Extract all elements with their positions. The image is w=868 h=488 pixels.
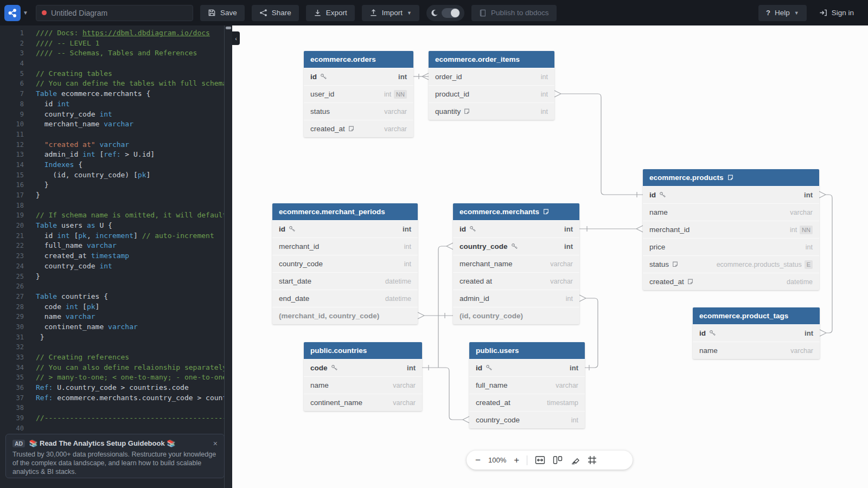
dark-mode-toggle[interactable] bbox=[426, 5, 464, 21]
frame-button[interactable] bbox=[588, 455, 597, 465]
table-ecommerce-merchants[interactable]: ecommerce.merchantsidintcountry_codeintm… bbox=[453, 203, 579, 324]
relationship-connector bbox=[554, 91, 561, 97]
relationship-connector bbox=[418, 312, 424, 319]
ad-body-text: Trusted by 30,000+ data professionals. R… bbox=[12, 450, 218, 476]
field-row: admin_idint bbox=[453, 290, 579, 307]
field-type: int bbox=[404, 243, 411, 251]
table-public-users[interactable]: public.usersidintfull_namevarcharcreated… bbox=[469, 342, 585, 428]
field-name: quantity bbox=[435, 107, 461, 115]
toolbar-divider bbox=[527, 455, 527, 465]
zoom-in-button[interactable]: + bbox=[514, 455, 519, 466]
close-icon[interactable]: × bbox=[213, 440, 218, 447]
line-number: 25 bbox=[0, 272, 24, 282]
note-icon bbox=[687, 279, 693, 285]
table-header[interactable]: ecommerce.merchant_periods bbox=[272, 203, 418, 220]
table-ecommerce-orders[interactable]: ecommerce.ordersidintuser_idintNNstatusv… bbox=[304, 51, 413, 137]
code-token: , bbox=[87, 232, 95, 240]
table-header[interactable]: ecommerce.order_items bbox=[429, 51, 554, 68]
constraint-badge: E bbox=[805, 260, 813, 269]
ad-badge: AD bbox=[12, 440, 25, 447]
table-header[interactable]: ecommerce.products bbox=[643, 169, 819, 186]
table-header[interactable]: ecommerce.merchants bbox=[453, 203, 579, 220]
ad-panel[interactable]: AD 📚 Read The Analytics Setup Guidebook … bbox=[5, 434, 225, 478]
code-token: // You can also define relaionship separ… bbox=[36, 363, 224, 371]
zoom-level[interactable]: 100% bbox=[488, 456, 506, 464]
code-token: country_code bbox=[36, 262, 99, 270]
publish-dbdocs-button[interactable]: Publish to dbdocs bbox=[471, 5, 557, 21]
line-number: 35 bbox=[0, 373, 24, 383]
field-name: end_date bbox=[279, 294, 309, 303]
zoom-out-button[interactable]: − bbox=[475, 455, 481, 466]
table-ecommerce-products[interactable]: ecommerce.productsidintnamevarcharmercha… bbox=[643, 169, 819, 290]
field-name: merchant_id bbox=[279, 242, 319, 251]
table-name: ecommerce.orders bbox=[310, 55, 376, 63]
collapse-editor-button[interactable]: ‹ bbox=[232, 31, 240, 45]
help-button[interactable]: ? Help ▼ bbox=[758, 5, 807, 21]
table-header[interactable]: public.users bbox=[469, 342, 585, 359]
auto-arrange-button[interactable] bbox=[553, 455, 563, 465]
field-name: continent_name bbox=[310, 399, 362, 407]
code-line: 2//// -- LEVEL 1 bbox=[0, 38, 224, 49]
line-number: 40 bbox=[0, 423, 24, 434]
highlighter-button[interactable] bbox=[570, 455, 580, 465]
field-type: varchar bbox=[384, 125, 407, 133]
table-ecommerce-merchant_periods[interactable]: ecommerce.merchant_periodsidintmerchant_… bbox=[272, 203, 418, 324]
export-button[interactable]: Export bbox=[306, 5, 355, 21]
field-name: created_at bbox=[310, 125, 345, 133]
field-type: int bbox=[571, 416, 578, 424]
field-type: int bbox=[404, 260, 411, 268]
code-token: //// Docs: bbox=[36, 29, 82, 37]
field-row: namevarchar bbox=[693, 342, 820, 359]
field-type: datetime bbox=[385, 278, 411, 285]
field-name: created_at bbox=[649, 278, 684, 286]
field-row: merchant_namevarchar bbox=[453, 255, 579, 272]
diagram-title-input[interactable] bbox=[51, 9, 187, 17]
code-token: // If schema name is omitted, it will de… bbox=[36, 211, 224, 219]
line-number: 31 bbox=[0, 332, 24, 343]
ad-title-link[interactable]: 📚 Read The Analytics Setup Guidebook 📚 bbox=[29, 439, 175, 447]
line-number: 3 bbox=[0, 48, 24, 59]
code-token: users bbox=[57, 221, 87, 229]
save-label: Save bbox=[220, 9, 237, 17]
table-name: ecommerce.merchant_periods bbox=[279, 208, 385, 216]
diagram-canvas[interactable]: ecommerce.ordersidintuser_idintNNstatusv… bbox=[232, 25, 868, 488]
table-ecommerce-order_items[interactable]: ecommerce.order_itemsorder_idintproduct_… bbox=[429, 51, 554, 120]
field-type: ecommerce.products_status bbox=[717, 261, 802, 268]
table-header[interactable]: ecommerce.product_tags bbox=[693, 307, 820, 324]
code-area[interactable]: 1//// Docs: https://dbml.dbdiagram.io/do… bbox=[0, 25, 224, 488]
primary-key-icon bbox=[289, 226, 296, 233]
code-line: 12 "created at" varchar bbox=[0, 140, 224, 150]
share-button[interactable]: Share bbox=[252, 5, 299, 21]
sign-in-button[interactable]: Sign in bbox=[814, 5, 859, 21]
code-token: ecommerce.merchants { bbox=[57, 89, 150, 98]
code-line: 7Table ecommerce.merchants { bbox=[0, 89, 224, 99]
app-logo-menu[interactable]: ▼ bbox=[4, 5, 28, 21]
table-header[interactable]: public.countries bbox=[304, 342, 422, 359]
field-row: (merchant_id, country_code) bbox=[272, 307, 418, 324]
save-button[interactable]: Save bbox=[200, 5, 245, 21]
import-button[interactable]: Import ▼ bbox=[362, 5, 419, 21]
table-header[interactable]: ecommerce.orders bbox=[304, 51, 413, 68]
field-type: int bbox=[806, 243, 813, 251]
table-public-countries[interactable]: public.countriescodeintnamevarcharcontin… bbox=[304, 342, 422, 411]
table-ecommerce-product_tags[interactable]: ecommerce.product_tagsidintnamevarchar bbox=[693, 307, 820, 359]
editor-scrollbar[interactable] bbox=[224, 25, 232, 488]
field-row: user_idintNN bbox=[304, 85, 413, 102]
code-token bbox=[36, 140, 44, 149]
field-name: admin_id bbox=[459, 294, 489, 303]
code-token: varchar bbox=[108, 323, 138, 331]
note-icon bbox=[348, 126, 354, 132]
code-line: 5// Creating tables bbox=[0, 69, 224, 79]
code-token: Ref: bbox=[36, 383, 53, 391]
note-icon bbox=[672, 261, 678, 267]
code-token: admin_id bbox=[36, 150, 82, 158]
relationship-connector bbox=[826, 195, 832, 333]
code-line: 29 name varchar bbox=[0, 312, 224, 322]
diagram-title-field[interactable] bbox=[36, 5, 193, 21]
code-token: //--------------------------------------… bbox=[36, 414, 224, 422]
field-row: country_codeint bbox=[453, 237, 579, 255]
code-token: Table bbox=[36, 221, 57, 229]
editor-scrollbar-thumb[interactable] bbox=[226, 27, 231, 29]
fit-to-screen-button[interactable] bbox=[535, 455, 545, 465]
dbml-code-editor[interactable]: 1//// Docs: https://dbml.dbdiagram.io/do… bbox=[0, 25, 232, 488]
